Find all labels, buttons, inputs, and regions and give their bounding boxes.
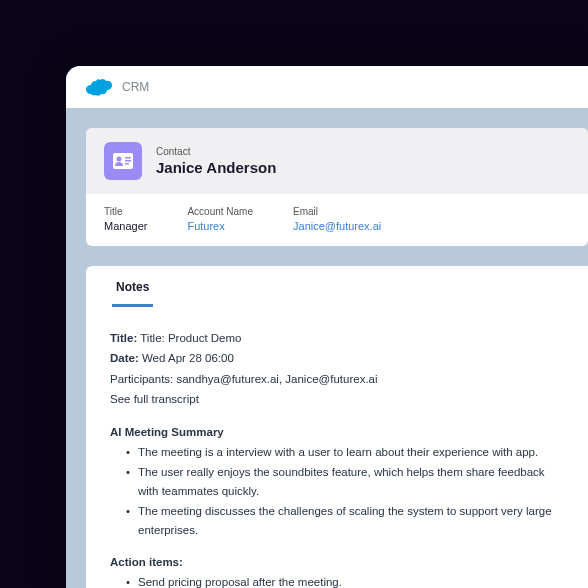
list-item: The user really enjoys the soundbites fe… <box>126 463 564 500</box>
list-item: The meeting is a interview with a user t… <box>126 443 564 461</box>
account-link[interactable]: Futurex <box>187 220 253 232</box>
note-title-line: Title: Title: Product Demo <box>110 329 564 347</box>
title-value: Manager <box>104 220 147 232</box>
salesforce-logo-icon <box>86 78 112 96</box>
note-title-label: Title: <box>110 332 137 344</box>
crm-window: CRM Contact Janice Anderson <box>66 66 588 588</box>
transcript-link[interactable]: See full transcript <box>110 390 564 408</box>
svg-rect-3 <box>125 160 131 162</box>
summary-list: The meeting is a interview with a user t… <box>110 443 564 539</box>
tab-notes[interactable]: Notes <box>112 266 153 307</box>
svg-rect-2 <box>125 157 131 159</box>
note-title-value: Title: Product Demo <box>140 332 241 344</box>
detail-account: Account Name Futurex <box>187 206 253 232</box>
summary-heading: AI Meeting Summary <box>110 423 564 441</box>
notes-tabs: Notes <box>110 266 564 307</box>
list-item: The meeting discusses the challenges of … <box>126 502 564 539</box>
actions-list: Send pricing proposal after the meeting.… <box>110 573 564 588</box>
list-item: Send pricing proposal after the meeting. <box>126 573 564 588</box>
contact-info: Contact Janice Anderson <box>156 146 276 176</box>
contact-details: Title Manager Account Name Futurex Email… <box>86 194 588 246</box>
detail-email: Email Janice@futurex.ai <box>293 206 381 232</box>
svg-rect-4 <box>125 163 129 165</box>
note-date-value: Wed Apr 28 06:00 <box>142 352 234 364</box>
contact-name: Janice Anderson <box>156 159 276 176</box>
content-area: Contact Janice Anderson Title Manager Ac… <box>66 108 588 588</box>
note-participants-line: Participants: sandhya@futurex.ai, Janice… <box>110 370 564 388</box>
app-header: CRM <box>66 66 588 108</box>
notes-body: Title: Title: Product Demo Date: Wed Apr… <box>110 307 564 588</box>
actions-heading: Action items: <box>110 553 564 571</box>
contact-header: Contact Janice Anderson <box>86 128 588 194</box>
notes-card: Notes Title: Title: Product Demo Date: W… <box>86 266 588 588</box>
svg-point-1 <box>117 157 122 162</box>
contact-type-label: Contact <box>156 146 276 157</box>
email-link[interactable]: Janice@futurex.ai <box>293 220 381 232</box>
note-date-label: Date: <box>110 352 139 364</box>
account-label: Account Name <box>187 206 253 217</box>
contact-card: Contact Janice Anderson Title Manager Ac… <box>86 128 588 246</box>
contact-badge-icon <box>104 142 142 180</box>
detail-title: Title Manager <box>104 206 147 232</box>
note-date-line: Date: Wed Apr 28 06:00 <box>110 349 564 367</box>
title-label: Title <box>104 206 147 217</box>
email-label: Email <box>293 206 381 217</box>
crm-label: CRM <box>122 80 149 94</box>
